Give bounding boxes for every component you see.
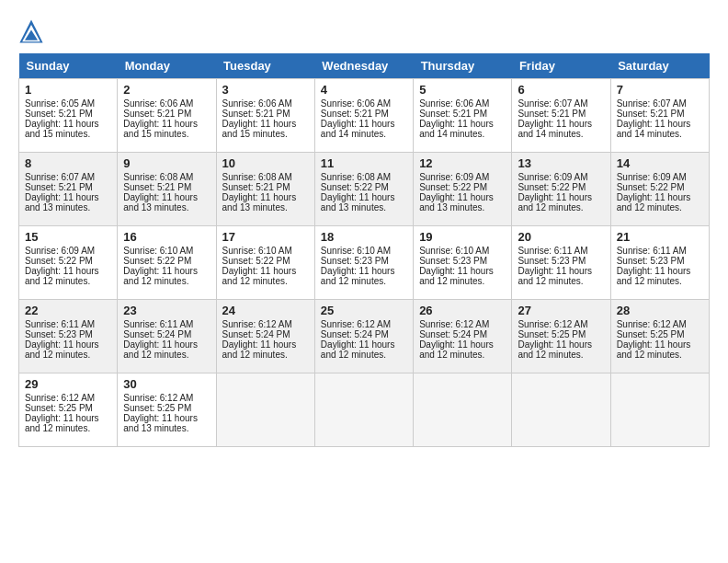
day-number: 26: [419, 304, 506, 317]
day-number: 19: [419, 230, 506, 244]
calendar-cell: 21Sunrise: 6:11 AMSunset: 5:23 PMDayligh…: [610, 226, 709, 300]
calendar-week-row: 8Sunrise: 6:07 AMSunset: 5:21 PMDaylight…: [19, 153, 710, 226]
calendar-cell: 13Sunrise: 6:09 AMSunset: 5:22 PMDayligh…: [512, 153, 610, 226]
daylight-hours: Daylight: 11 hours and 13 minutes.: [123, 192, 210, 213]
calendar-cell: 29Sunrise: 6:12 AMSunset: 5:25 PMDayligh…: [19, 373, 118, 447]
daylight-hours: Daylight: 11 hours and 13 minutes.: [321, 192, 407, 213]
sunrise-time: Sunrise: 6:12 AM: [617, 319, 703, 329]
sunrise-time: Sunrise: 6:11 AM: [123, 319, 210, 329]
day-number: 14: [617, 156, 703, 170]
sunset-time: Sunset: 5:22 PM: [518, 182, 604, 192]
day-number: 24: [222, 304, 309, 317]
daylight-hours: Daylight: 11 hours and 12 minutes.: [123, 266, 210, 286]
day-number: 10: [222, 156, 309, 170]
sunset-time: Sunset: 5:22 PM: [25, 256, 111, 266]
sunset-time: Sunset: 5:21 PM: [222, 109, 309, 119]
day-number: 7: [617, 83, 703, 97]
calendar-cell: 15Sunrise: 6:09 AMSunset: 5:22 PMDayligh…: [19, 226, 118, 300]
sunrise-time: Sunrise: 6:10 AM: [321, 246, 407, 256]
sunset-time: Sunset: 5:25 PM: [123, 403, 210, 413]
calendar-cell: 23Sunrise: 6:11 AMSunset: 5:24 PMDayligh…: [118, 300, 216, 373]
day-number: 6: [518, 83, 604, 97]
sunset-time: Sunset: 5:21 PM: [419, 109, 506, 119]
calendar-cell: 6Sunrise: 6:07 AMSunset: 5:21 PMDaylight…: [512, 79, 610, 153]
daylight-hours: Daylight: 11 hours and 12 minutes.: [419, 266, 506, 286]
daylight-hours: Daylight: 11 hours and 12 minutes.: [25, 266, 111, 286]
calendar-cell: 10Sunrise: 6:08 AMSunset: 5:21 PMDayligh…: [216, 153, 314, 226]
calendar-cell: [216, 373, 314, 447]
sunrise-time: Sunrise: 6:08 AM: [123, 172, 210, 182]
day-number: 12: [419, 156, 506, 170]
sunset-time: Sunset: 5:25 PM: [617, 329, 703, 339]
calendar-week-row: 15Sunrise: 6:09 AMSunset: 5:22 PMDayligh…: [19, 226, 710, 300]
daylight-hours: Daylight: 11 hours and 12 minutes.: [222, 339, 309, 360]
day-number: 3: [222, 83, 309, 97]
sunset-time: Sunset: 5:21 PM: [25, 182, 111, 192]
logo: [18, 18, 48, 44]
sunset-time: Sunset: 5:24 PM: [222, 329, 309, 339]
calendar-cell: 12Sunrise: 6:09 AMSunset: 5:22 PMDayligh…: [414, 153, 512, 226]
sunrise-time: Sunrise: 6:09 AM: [617, 172, 703, 182]
sunrise-time: Sunrise: 6:12 AM: [123, 393, 210, 403]
sunrise-time: Sunrise: 6:05 AM: [25, 98, 111, 109]
calendar-cell: [314, 373, 413, 447]
sunrise-time: Sunrise: 6:11 AM: [25, 319, 111, 329]
calendar-cell: 25Sunrise: 6:12 AMSunset: 5:24 PMDayligh…: [314, 300, 413, 373]
sunrise-time: Sunrise: 6:06 AM: [222, 98, 309, 109]
daylight-hours: Daylight: 11 hours and 13 minutes.: [25, 192, 111, 213]
calendar-week-row: 29Sunrise: 6:12 AMSunset: 5:25 PMDayligh…: [19, 373, 710, 447]
sunrise-time: Sunrise: 6:10 AM: [419, 246, 506, 256]
sunrise-time: Sunrise: 6:06 AM: [123, 98, 210, 109]
sunset-time: Sunset: 5:21 PM: [321, 109, 407, 119]
sunrise-time: Sunrise: 6:09 AM: [419, 172, 506, 182]
sunrise-time: Sunrise: 6:10 AM: [123, 246, 210, 256]
calendar-cell: 19Sunrise: 6:10 AMSunset: 5:23 PMDayligh…: [414, 226, 512, 300]
sunrise-time: Sunrise: 6:08 AM: [321, 172, 407, 182]
sunrise-time: Sunrise: 6:11 AM: [617, 246, 703, 256]
calendar-cell: 14Sunrise: 6:09 AMSunset: 5:22 PMDayligh…: [610, 153, 709, 226]
sunset-time: Sunset: 5:21 PM: [123, 109, 210, 119]
sunset-time: Sunset: 5:21 PM: [123, 182, 210, 192]
daylight-hours: Daylight: 11 hours and 14 minutes.: [617, 119, 703, 139]
daylight-hours: Daylight: 11 hours and 12 minutes.: [617, 266, 703, 286]
daylight-hours: Daylight: 11 hours and 15 minutes.: [222, 119, 309, 139]
sunset-time: Sunset: 5:22 PM: [222, 256, 309, 266]
column-header-thursday: Thursday: [414, 53, 512, 79]
calendar-week-row: 22Sunrise: 6:11 AMSunset: 5:23 PMDayligh…: [19, 300, 710, 373]
sunset-time: Sunset: 5:23 PM: [518, 256, 604, 266]
day-number: 23: [123, 304, 210, 317]
day-number: 17: [222, 230, 309, 244]
daylight-hours: Daylight: 11 hours and 12 minutes.: [518, 266, 604, 286]
calendar-cell: [610, 373, 709, 447]
sunrise-time: Sunrise: 6:08 AM: [222, 172, 309, 182]
calendar-cell: 20Sunrise: 6:11 AMSunset: 5:23 PMDayligh…: [512, 226, 610, 300]
calendar-cell: 16Sunrise: 6:10 AMSunset: 5:22 PMDayligh…: [118, 226, 216, 300]
sunrise-time: Sunrise: 6:09 AM: [25, 246, 111, 256]
daylight-hours: Daylight: 11 hours and 13 minutes.: [222, 192, 309, 213]
column-header-saturday: Saturday: [610, 53, 709, 79]
daylight-hours: Daylight: 11 hours and 12 minutes.: [25, 339, 111, 360]
sunset-time: Sunset: 5:22 PM: [321, 182, 407, 192]
daylight-hours: Daylight: 11 hours and 12 minutes.: [222, 266, 309, 286]
daylight-hours: Daylight: 11 hours and 12 minutes.: [617, 192, 703, 213]
day-number: 8: [25, 156, 111, 170]
sunset-time: Sunset: 5:25 PM: [25, 403, 111, 413]
calendar-cell: 28Sunrise: 6:12 AMSunset: 5:25 PMDayligh…: [610, 300, 709, 373]
daylight-hours: Daylight: 11 hours and 12 minutes.: [123, 339, 210, 360]
calendar-week-row: 1Sunrise: 6:05 AMSunset: 5:21 PMDaylight…: [19, 79, 710, 153]
sunrise-time: Sunrise: 6:12 AM: [321, 319, 407, 329]
calendar-cell: 30Sunrise: 6:12 AMSunset: 5:25 PMDayligh…: [118, 373, 216, 447]
daylight-hours: Daylight: 11 hours and 12 minutes.: [518, 339, 604, 360]
sunset-time: Sunset: 5:23 PM: [617, 256, 703, 266]
day-number: 1: [25, 83, 111, 97]
daylight-hours: Daylight: 11 hours and 13 minutes.: [123, 413, 210, 433]
daylight-hours: Daylight: 11 hours and 12 minutes.: [617, 339, 703, 360]
sunrise-time: Sunrise: 6:06 AM: [321, 98, 407, 109]
daylight-hours: Daylight: 11 hours and 12 minutes.: [518, 192, 604, 213]
sunset-time: Sunset: 5:25 PM: [518, 329, 604, 339]
sunrise-time: Sunrise: 6:09 AM: [518, 172, 604, 182]
day-number: 15: [25, 230, 111, 244]
sunrise-time: Sunrise: 6:12 AM: [518, 319, 604, 329]
day-number: 4: [321, 83, 407, 97]
sunset-time: Sunset: 5:23 PM: [321, 256, 407, 266]
